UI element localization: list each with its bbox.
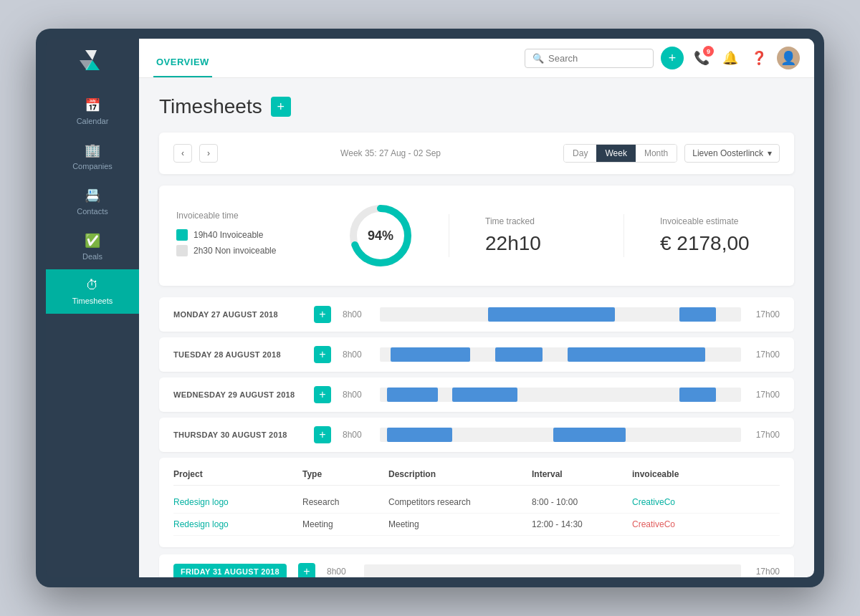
friday-add-button[interactable]: + [298,563,315,577]
row2-invoiceable[interactable]: CreativeCo [632,519,780,529]
avatar-image: 👤 [780,50,796,66]
header-tabs: OVERVIEW [153,39,513,77]
bell-icon: 🔔 [722,50,738,66]
sidebar-label-deals: Deals [82,252,102,261]
monday-add-button[interactable]: + [314,306,331,323]
sidebar-item-calendar[interactable]: 📅 Calendar [46,89,139,134]
row2-interval: 12:00 - 14:30 [532,519,632,529]
row1-type: Research [302,497,388,507]
row2-description: Meeting [388,519,532,529]
monday-timeline [380,307,741,322]
wednesday-timeline [380,388,741,402]
sidebar-item-companies[interactable]: 🏢 Companies [46,134,139,179]
wednesday-add-button[interactable]: + [314,386,331,403]
tuesday-add-button[interactable]: + [314,346,331,363]
bell-button[interactable]: 🔔 [720,47,741,69]
tab-week[interactable]: Week [596,145,635,162]
page-content: Timesheets + ‹ › Week 35: 27 Aug - 02 Se… [139,78,814,577]
page-add-button[interactable]: + [271,97,291,117]
prev-week-button[interactable]: ‹ [173,144,192,163]
legend-non-invoiceable: 2h30 Non invoiceable [176,245,334,256]
wednesday-end: 17h00 [752,390,780,400]
time-tracked-block: Time tracked 22h10 [471,216,602,255]
main-content: OVERVIEW 🔍 + 📞 9 🔔 [139,39,814,577]
page-header: Timesheets + [159,95,794,118]
contacts-icon: 📇 [85,188,100,203]
legend-invoiceable: 19h40 Invoiceable [176,229,334,241]
invoiceable-value: 19h40 Invoiceable [194,230,263,240]
thursday-start: 8h00 [343,430,368,440]
search-icon: 🔍 [532,53,544,64]
day-row-thursday: THURSDAY 30 AUGUST 2018 + 8h00 17h00 [159,418,794,452]
timesheets-icon: ⏱ [86,278,99,293]
thursday-seg-2 [553,428,626,442]
wednesday-seg-2 [452,388,517,402]
thursday-label: THURSDAY 30 AUGUST 2018 [173,430,302,439]
friday-timeline [364,564,741,577]
row1-project[interactable]: Redesign logo [173,497,302,507]
wednesday-seg-1 [387,388,438,402]
person-selector[interactable]: Lieven Oosterlinck ▾ [684,144,780,163]
stats-section: Invoiceable time 19h40 Invoiceable 2h30 … [159,186,794,286]
avatar[interactable]: 👤 [777,47,800,69]
sidebar-label-timesheets: Timesheets [72,297,113,305]
monday-seg-2 [679,307,715,322]
day-row-monday: MONDAY 27 AUGUST 2018 + 8h00 17h00 [159,297,794,332]
deals-icon: ✅ [85,233,100,249]
monday-end: 17h00 [752,309,780,319]
day-row-tuesday: TUESDAY 28 AUGUST 2018 + 8h00 17h00 [159,337,794,372]
col-invoiceable: invoiceable [632,469,780,479]
page-title: Timesheets [159,95,262,118]
sidebar-nav: 📅 Calendar 🏢 Companies 📇 Contacts ✅ Deal… [46,89,139,577]
person-name: Lieven Oosterlinck [692,148,763,158]
chevron-down-icon: ▾ [768,148,772,158]
table-row: Redesign logo Research Competitors resea… [173,491,780,514]
sidebar-label-companies: Companies [72,162,113,170]
day-row-wednesday: WEDNESDAY 29 AUGUST 2018 + 8h00 17h00 [159,377,794,412]
notifications-button[interactable]: 📞 9 [691,47,712,69]
legend-teal-box [176,229,188,241]
notification-badge: 9 [703,46,714,57]
tuesday-seg-1 [391,347,470,362]
day-row-friday: FRIDAY 31 AUGUST 2018 + 8h00 17h00 [159,554,794,577]
thursday-end: 17h00 [752,430,780,440]
tab-overview[interactable]: OVERVIEW [153,57,212,77]
device-frame: 📅 Calendar 🏢 Companies 📇 Contacts ✅ Deal… [36,29,824,587]
sidebar-item-deals[interactable]: ✅ Deals [46,224,139,269]
legend-gray-box [176,245,188,256]
tuesday-seg-3 [568,347,705,362]
tab-month[interactable]: Month [636,145,677,162]
wednesday-label: WEDNESDAY 29 AUGUST 2018 [173,390,302,399]
col-project: Project [173,469,302,479]
stats-divider-1 [449,214,449,257]
week-controls: ‹ › Week 35: 27 Aug - 02 Sep Day Week Mo… [173,144,780,163]
sidebar-item-contacts[interactable]: 📇 Contacts [46,179,139,224]
stats-divider-2 [624,214,624,257]
row1-invoiceable[interactable]: CreativeCo [632,497,780,507]
search-box[interactable]: 🔍 [525,49,654,68]
table-header: Project Type Description Interval invoic… [173,469,780,486]
row2-project[interactable]: Redesign logo [173,519,302,529]
help-icon: ❓ [751,50,767,66]
col-interval: Interval [532,469,632,479]
tuesday-timeline [380,347,741,362]
wednesday-seg-3 [679,388,715,402]
friday-start: 8h00 [327,567,353,577]
thursday-timeline [380,428,741,442]
thursday-add-button[interactable]: + [314,426,331,443]
sidebar-item-timesheets[interactable]: ⏱ Timesheets [46,269,139,314]
monday-seg-1 [488,307,614,322]
col-description: Description [388,469,532,479]
time-tracked-value: 22h10 [485,232,541,255]
search-input[interactable] [548,53,646,64]
row1-interval: 8:00 - 10:00 [532,497,632,507]
sidebar: 📅 Calendar 🏢 Companies 📇 Contacts ✅ Deal… [46,39,139,577]
row1-description: Competitors research [388,497,532,507]
add-button[interactable]: + [661,47,684,69]
help-button[interactable]: ❓ [748,47,770,69]
next-week-button[interactable]: › [199,144,218,163]
tuesday-label: TUESDAY 28 AUGUST 2018 [173,350,302,359]
week-label: Week 35: 27 Aug - 02 Sep [225,148,556,158]
time-tracked-label: Time tracked [485,216,535,226]
tab-day[interactable]: Day [564,145,596,162]
